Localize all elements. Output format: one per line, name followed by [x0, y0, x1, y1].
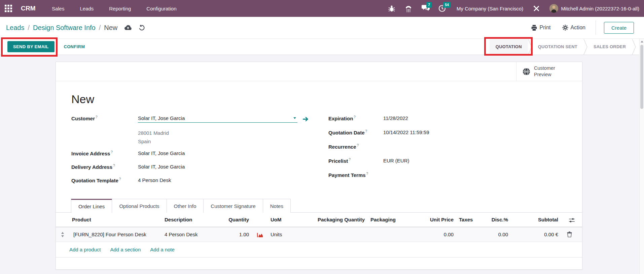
printer-icon	[531, 25, 537, 31]
discard-icon[interactable]	[139, 25, 145, 31]
col-packaging: Packaging	[368, 213, 424, 227]
activities-clock-icon[interactable]: 54	[438, 5, 446, 12]
tab-notes[interactable]: Notes	[263, 199, 291, 213]
breadcrumb-current: New	[104, 24, 117, 32]
divider	[596, 21, 596, 35]
tab-order-lines[interactable]: Order Lines	[71, 199, 112, 213]
order-lines-table: Product Description Quantity UoM Packagi…	[56, 213, 582, 242]
help-mark: ?	[366, 172, 368, 176]
add-section-link[interactable]: Add a section	[110, 247, 141, 252]
breadcrumb-separator: /	[28, 24, 30, 32]
sheet-header-strip: Customer Preview	[56, 62, 582, 81]
add-product-link[interactable]: Add a product	[69, 247, 101, 252]
customer-address: 28001 Madrid Spain	[138, 129, 309, 146]
nav-menu-reporting[interactable]: Reporting	[109, 6, 131, 11]
order-line-footer-links: Add a product Add a section Add a note	[56, 242, 582, 257]
save-cloud-icon[interactable]	[124, 25, 132, 31]
cell-unit-price[interactable]: 0.00	[424, 227, 456, 242]
quotation-date-value[interactable]: 10/14/2022 11:59:59	[383, 129, 429, 135]
cell-uom[interactable]: Units	[268, 227, 315, 242]
pricelist-value[interactable]: EUR (EUR)	[383, 158, 409, 163]
customer-preview-label-1: Customer	[534, 65, 555, 71]
avatar	[549, 4, 558, 13]
confirm-button[interactable]: CONFIRM	[64, 44, 85, 49]
tab-optional-products[interactable]: Optional Products	[112, 199, 167, 213]
messages-badge: 7	[426, 2, 432, 8]
quotation-date-label: Quotation Date?	[328, 129, 383, 135]
statusbar-step-quotation-sent[interactable]: QUOTATION SENT	[532, 39, 583, 55]
help-mark: ?	[365, 129, 367, 133]
breadcrumb: Leads / Design Software Info / New	[6, 24, 117, 32]
cell-taxes[interactable]	[456, 227, 487, 242]
tab-other-info[interactable]: Other Info	[167, 199, 204, 213]
statusbar-step-quotation[interactable]: QUOTATION	[490, 39, 528, 55]
action-button[interactable]: Action	[562, 25, 585, 31]
pricelist-label: Pricelist?	[328, 158, 383, 164]
voip-phone-icon[interactable]	[405, 5, 412, 12]
customer-address-city: 28001 Madrid	[138, 129, 309, 137]
quotation-template-value[interactable]: 4 Person Desk	[138, 177, 171, 183]
col-description: Description	[162, 213, 212, 227]
tab-customer-signature[interactable]: Customer Signature	[203, 199, 263, 213]
user-menu[interactable]: Mitchell Admin (20222372-16-0-all)	[549, 4, 639, 13]
delete-row-icon[interactable]	[567, 232, 572, 237]
order-line-row[interactable]: [FURN_8220] Four Person Desk 4 Person De…	[56, 227, 582, 242]
create-button[interactable]: Create	[604, 22, 634, 34]
help-mark: ?	[119, 177, 121, 181]
add-note-link[interactable]: Add a note	[150, 247, 175, 252]
scrollbar-thumb[interactable]	[640, 45, 643, 109]
cell-product[interactable]: [FURN_8220] Four Person Desk	[69, 227, 162, 242]
statusbar-step-sales-order[interactable]: SALES ORDER	[587, 39, 632, 55]
payment-terms-label: Payment Terms?	[328, 172, 383, 178]
debug-bug-icon[interactable]	[388, 5, 395, 12]
col-packaging-quantity: Packaging Quantity	[315, 213, 368, 227]
send-by-email-button[interactable]: SEND BY EMAIL	[7, 41, 55, 52]
form-sheet: Customer Preview New Customer? Solar IT,…	[56, 62, 582, 270]
vertical-scrollbar[interactable]	[639, 39, 644, 274]
cell-discount[interactable]: 0.00	[487, 227, 511, 242]
col-product: Product	[69, 213, 162, 227]
cell-packaging[interactable]	[368, 227, 424, 242]
help-mark: ?	[111, 150, 113, 154]
expiration-label: Expiration?	[328, 115, 383, 121]
customer-input[interactable]: Solar IT, Jose Garcia	[138, 115, 297, 123]
expiration-value[interactable]: 11/28/2022	[383, 115, 408, 121]
nav-menu-sales[interactable]: Sales	[52, 6, 65, 11]
cell-packaging-quantity[interactable]	[315, 227, 368, 242]
app-name[interactable]: CRM	[21, 5, 36, 12]
internal-link-arrow-icon[interactable]	[303, 117, 309, 122]
invoice-address-label: Invoice Address?	[71, 150, 138, 156]
quotation-template-label: Quotation Template?	[71, 177, 138, 183]
invoice-address-value[interactable]: Solar IT, Jose Garcia	[138, 150, 185, 156]
tools-icon[interactable]	[533, 5, 540, 12]
statusbar: QUOTATION QUOTATION SENT SALES ORDER	[490, 39, 636, 55]
nav-menu-configuration[interactable]: Configuration	[146, 6, 176, 11]
drag-handle-icon[interactable]	[61, 232, 64, 237]
delivery-address-value[interactable]: Solar IT, Jose Garcia	[138, 164, 185, 170]
customer-address-country: Spain	[138, 137, 309, 146]
cell-subtotal[interactable]: 0.00 €	[511, 227, 561, 242]
dropdown-caret-icon[interactable]	[293, 117, 296, 119]
col-quantity: Quantity	[212, 213, 252, 227]
scrollbar-up-button[interactable]	[640, 39, 644, 44]
print-button[interactable]: Print	[531, 25, 551, 31]
statusbar-chevron-icon	[528, 39, 532, 55]
customer-label: Customer?	[71, 115, 138, 121]
cell-quantity[interactable]: 1.00	[212, 227, 252, 242]
delivery-address-label: Delivery Address?	[71, 164, 138, 170]
col-taxes: Taxes	[456, 213, 487, 227]
optional-columns-icon[interactable]	[569, 218, 575, 222]
nav-menu-leads[interactable]: Leads	[80, 6, 94, 11]
breadcrumb-leads[interactable]: Leads	[6, 24, 25, 32]
help-mark: ?	[113, 164, 115, 168]
recurrence-label: Recurrence?	[328, 144, 383, 150]
forecast-chart-icon[interactable]	[257, 232, 263, 237]
breadcrumb-lead-name[interactable]: Design Software Info	[33, 24, 96, 32]
messages-icon[interactable]: 7	[422, 5, 429, 12]
help-mark: ?	[354, 115, 356, 119]
record-title: New	[71, 93, 569, 106]
cell-description[interactable]: 4 Person Desk	[162, 227, 212, 242]
company-switcher[interactable]: My Company (San Francisco)	[457, 6, 523, 11]
customer-preview-button[interactable]: Customer Preview	[516, 62, 582, 81]
apps-grid-icon[interactable]	[5, 5, 12, 12]
